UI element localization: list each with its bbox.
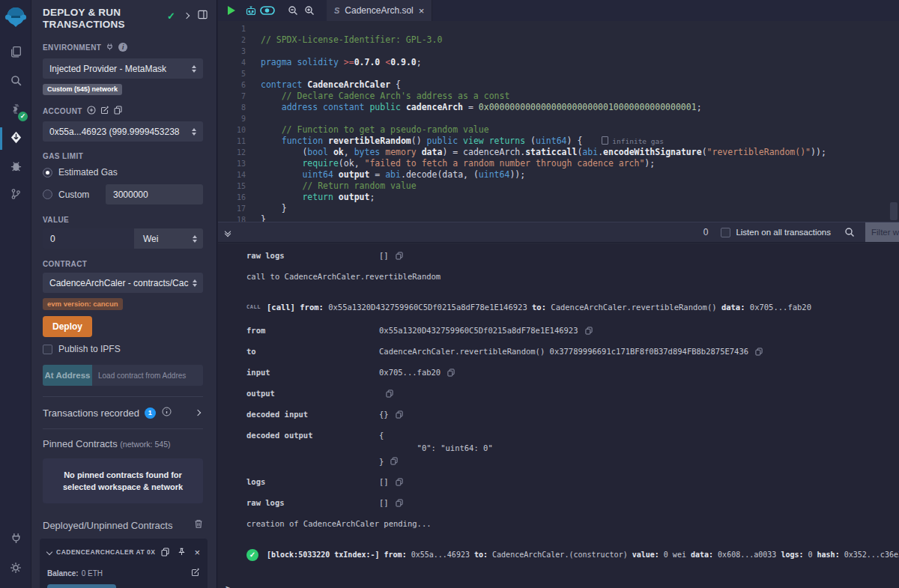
collapse-terminal-icon[interactable] <box>225 229 230 236</box>
custom-gas-input[interactable] <box>106 184 203 204</box>
copy-icon[interactable] <box>386 390 393 398</box>
line-number: 17 <box>218 203 253 214</box>
log-value: 0x55a1320D432759960C5Df0215a8dF78e1E1469… <box>324 303 532 312</box>
value-input[interactable] <box>43 228 134 249</box>
publish-ipfs-checkbox[interactable] <box>43 345 52 354</box>
infinite-gas-annotation: infinite gas <box>602 137 664 145</box>
check-icon: ✓ <box>167 10 175 22</box>
copy-icon[interactable] <box>390 457 398 465</box>
code-editor[interactable]: 12// SPDX-License-Identifier: GPL-3.034p… <box>218 21 899 222</box>
close-tab-icon[interactable]: × <box>419 6 425 16</box>
publish-ipfs-label: Publish to IPFS <box>58 344 121 354</box>
collapse-chevron-icon[interactable] <box>46 549 52 555</box>
info-icon[interactable]: i <box>118 43 127 52</box>
code-line: 7 // Declare Cadence Arch's address as a… <box>218 91 899 102</box>
at-address-input[interactable] <box>92 365 203 386</box>
sidebar-item-settings[interactable] <box>0 555 31 584</box>
estimated-gas-label: Estimated Gas <box>58 167 118 178</box>
terminal[interactable]: raw logs[]call to CadenceArchCaler.rever… <box>218 243 899 588</box>
editor-scrollbar[interactable] <box>890 202 898 220</box>
log-key: [block:5033220 txIndex:-] <box>267 551 380 559</box>
ai-assistant-icon[interactable] <box>243 2 259 19</box>
terminal-filter-input[interactable] <box>865 222 899 243</box>
contract-select[interactable]: CadenceArchCaler - contracts/Cac <box>43 273 203 293</box>
terminal-prompt[interactable]: > <box>225 584 899 588</box>
copy-icon[interactable] <box>161 548 169 557</box>
pin-icon[interactable] <box>178 545 186 559</box>
pinned-contracts-text: Pinned Contracts <box>43 438 118 449</box>
trash-icon[interactable] <box>194 518 203 532</box>
sidebar-item-search[interactable] <box>0 68 31 95</box>
transactions-count-badge: 1 <box>145 407 156 419</box>
detail-key: raw logs <box>246 497 379 509</box>
log-value: 0x352...c36e3 <box>840 551 899 559</box>
edit-icon[interactable] <box>191 568 200 578</box>
copilot-toggle-icon[interactable] <box>259 2 276 19</box>
chevron-right-icon[interactable] <box>184 13 190 19</box>
copy-icon[interactable] <box>396 410 403 419</box>
divider <box>43 428 203 429</box>
estimated-gas-radio[interactable] <box>43 168 52 178</box>
line-number: 7 <box>218 91 253 102</box>
deploy-run-icon <box>10 131 22 147</box>
transactions-recorded-row[interactable]: Transactions recorded 1 <box>43 397 203 428</box>
sidebar-item-file-explorer[interactable] <box>0 40 31 67</box>
balance-value: 0 ETH <box>82 569 103 578</box>
at-address-button[interactable]: At Address <box>43 365 92 386</box>
copy-icon[interactable] <box>396 478 403 486</box>
code-text: (bool ok, bytes memory data) = cadenceAr… <box>261 147 826 158</box>
sidebar-item-solidity-compiler[interactable]: ✓ <box>0 97 31 124</box>
copy-icon[interactable] <box>585 327 593 335</box>
terminal-call-row[interactable]: call[call] from: 0x55a1320D432759960C5Df… <box>246 301 899 314</box>
tab-cadencearch-sol[interactable]: S CadenceArch.sol × <box>327 0 432 21</box>
copy-account-icon[interactable] <box>114 104 122 118</box>
sidebar-item-debugger[interactable] <box>0 154 31 181</box>
sidebar-item-git[interactable] <box>0 182 31 209</box>
panel-title: DEPLOY & RUN TRANSACTIONS <box>43 7 163 31</box>
add-account-icon[interactable] <box>87 104 96 118</box>
contract-label: CONTRACT <box>43 260 87 268</box>
line-number: 1 <box>218 23 253 34</box>
remix-logo[interactable] <box>4 5 28 29</box>
close-icon[interactable]: × <box>194 548 200 557</box>
terminal-block-row[interactable]: ✓[block:5033220 txIndex:-] from: 0x55a..… <box>246 548 899 561</box>
log-value: CadenceArchCaler.(constructor) <box>488 551 632 559</box>
copy-icon[interactable] <box>396 499 403 507</box>
pinned-empty-line1: No pinned contracts found for <box>50 469 196 481</box>
code-text: contract CadenceArchCaler { <box>261 79 401 91</box>
split-view-icon[interactable] <box>198 9 208 22</box>
code-text: } <box>261 203 287 214</box>
zoom-in-icon[interactable] <box>301 2 318 19</box>
deploy-button[interactable]: Deploy <box>43 316 92 337</box>
log-value: 0 <box>804 551 817 559</box>
code-line: 16 return output; <box>218 192 899 203</box>
listen-all-checkbox[interactable] <box>721 228 730 237</box>
copy-icon[interactable] <box>755 348 763 356</box>
terminal-detail-row: toCadenceArchCaler.revertibleRandom() 0x… <box>246 345 899 358</box>
git-branch-icon <box>10 188 22 203</box>
copy-icon[interactable] <box>447 369 455 377</box>
fn-button-cadencearch[interactable]: cadenceArch <box>47 584 116 588</box>
detail-key: input <box>246 366 379 379</box>
code-line: 18} <box>218 214 899 222</box>
account-select[interactable]: 0x55a...46923 (999.9999453238 <box>43 121 203 142</box>
edit-account-icon[interactable] <box>100 104 109 118</box>
value-unit-select[interactable]: Wei <box>134 228 203 249</box>
code-text: // Declare Cadence Arch's address as a c… <box>261 91 509 102</box>
environment-select[interactable]: Injected Provider - MetaMask <box>43 58 203 79</box>
custom-gas-radio[interactable] <box>43 190 52 199</box>
zoom-out-icon[interactable] <box>285 2 301 19</box>
account-label: ACCOUNT <box>43 107 82 115</box>
terminal-detail-row: decoded output{ "0": "uint64: 0"} <box>246 429 899 467</box>
search-icon[interactable] <box>844 227 855 237</box>
chevron-right-icon[interactable] <box>195 410 201 416</box>
detail-value: 0x55a1320D432759960C5Df0215a8dF78e1E1469… <box>379 324 578 337</box>
copy-icon[interactable] <box>396 252 403 260</box>
run-script-icon[interactable] <box>223 2 240 19</box>
sidebar-item-deploy-run[interactable] <box>0 125 31 152</box>
editor-toolbar: S CadenceArch.sol × <box>218 0 899 21</box>
bug-icon <box>10 160 22 175</box>
code-line: 14 uint64 output = abi.decode(data, (uin… <box>218 169 899 181</box>
sidebar-item-plugin-manager[interactable] <box>0 525 31 554</box>
info-icon[interactable] <box>162 407 172 419</box>
